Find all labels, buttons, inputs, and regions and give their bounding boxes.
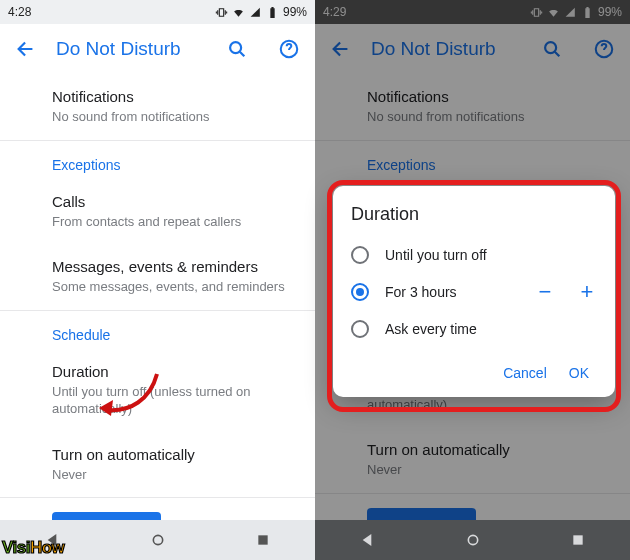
status-battery: 99%	[283, 5, 307, 19]
item-sub: No sound from notifications	[52, 108, 295, 126]
app-bar: Do Not Disturb	[0, 24, 315, 74]
item-notifications[interactable]: Notifications No sound from notification…	[0, 74, 315, 140]
item-title: Duration	[52, 363, 295, 380]
option-ask[interactable]: Ask every time	[351, 311, 597, 347]
option-label: For 3 hours	[385, 284, 519, 300]
section-schedule: Schedule	[0, 311, 315, 349]
cancel-button[interactable]: Cancel	[503, 365, 547, 381]
help-button[interactable]	[277, 37, 301, 61]
svg-rect-7	[573, 535, 582, 544]
ok-button[interactable]: OK	[569, 365, 589, 381]
phone-left: 4:28 99% Do Not Disturb Notifications No…	[0, 0, 315, 560]
status-bar: 4:28 99%	[0, 0, 315, 24]
item-title: Calls	[52, 193, 295, 210]
visihow-logo: VisiHow	[2, 538, 64, 558]
item-duration[interactable]: Duration Until you turn off (unless turn…	[0, 349, 315, 432]
radio-icon	[351, 283, 369, 301]
item-title: Turn on automatically	[52, 446, 295, 463]
item-calls[interactable]: Calls From contacts and repeat callers	[0, 179, 315, 245]
nav-back[interactable]	[359, 531, 377, 549]
item-messages[interactable]: Messages, events & reminders Some messag…	[0, 244, 315, 310]
svg-point-0	[230, 42, 241, 53]
divider	[0, 497, 315, 498]
radio-icon	[351, 320, 369, 338]
nav-bar	[315, 520, 630, 560]
duration-dialog: Duration Until you turn off For 3 hours …	[333, 186, 615, 397]
nav-home[interactable]	[464, 531, 482, 549]
option-label: Ask every time	[385, 321, 597, 337]
item-sub: Some messages, events, and reminders	[52, 278, 295, 296]
turn-on-button[interactable]: Turn on now	[52, 512, 161, 520]
section-exceptions: Exceptions	[0, 141, 315, 179]
status-time: 4:28	[8, 5, 31, 19]
page-title: Do Not Disturb	[56, 38, 207, 60]
nav-home[interactable]	[149, 531, 167, 549]
svg-point-6	[468, 535, 477, 544]
item-auto[interactable]: Turn on automatically Never	[0, 432, 315, 498]
item-sub: From contacts and repeat callers	[52, 213, 295, 231]
signal-icon	[249, 6, 262, 19]
wifi-icon	[232, 6, 245, 19]
nav-recent[interactable]	[569, 531, 587, 549]
dialog-title: Duration	[351, 204, 597, 225]
radio-icon	[351, 246, 369, 264]
vibrate-icon	[215, 6, 228, 19]
search-button[interactable]	[225, 37, 249, 61]
item-title: Messages, events & reminders	[52, 258, 295, 275]
svg-point-2	[153, 535, 162, 544]
item-sub: Until you turn off (unless turned on aut…	[52, 383, 295, 418]
nav-recent[interactable]	[254, 531, 272, 549]
minus-button[interactable]: −	[535, 282, 555, 302]
option-until-off[interactable]: Until you turn off	[351, 237, 597, 273]
battery-icon	[266, 6, 279, 19]
plus-button[interactable]: +	[577, 282, 597, 302]
option-for-hours[interactable]: For 3 hours − +	[351, 273, 597, 311]
option-label: Until you turn off	[385, 247, 597, 263]
svg-rect-3	[258, 535, 267, 544]
item-sub: Never	[52, 466, 295, 484]
item-title: Notifications	[52, 88, 295, 105]
back-button[interactable]	[14, 37, 38, 61]
